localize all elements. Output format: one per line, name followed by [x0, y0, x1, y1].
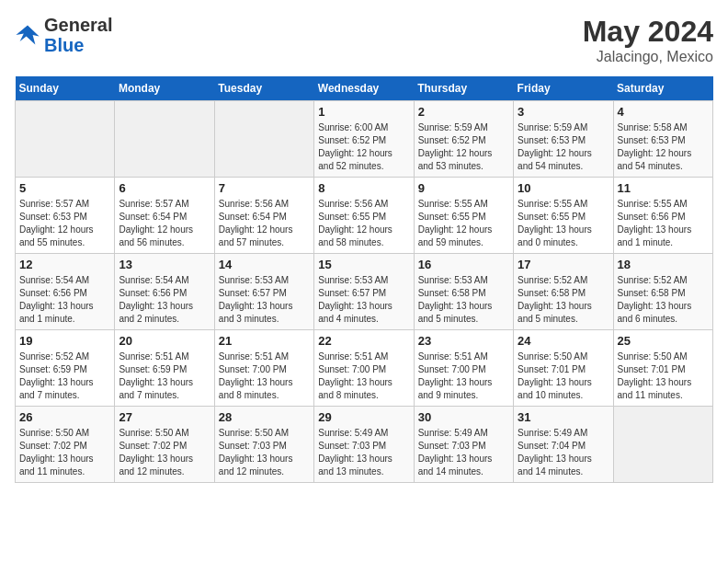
calendar-day-cell: 28Sunrise: 5:50 AM Sunset: 7:03 PM Dayli… [214, 407, 313, 483]
calendar-day-cell: 29Sunrise: 5:49 AM Sunset: 7:03 PM Dayli… [314, 407, 414, 483]
day-info: Sunrise: 5:52 AM Sunset: 6:58 PM Dayligh… [518, 274, 609, 326]
day-info: Sunrise: 5:49 AM Sunset: 7:04 PM Dayligh… [518, 427, 609, 478]
day-number: 24 [518, 334, 609, 348]
day-number: 25 [618, 334, 709, 348]
calendar-day-cell: 3Sunrise: 5:59 AM Sunset: 6:53 PM Daylig… [514, 101, 613, 178]
day-info: Sunrise: 5:53 AM Sunset: 6:58 PM Dayligh… [418, 274, 509, 326]
calendar-day-cell: 21Sunrise: 5:51 AM Sunset: 7:00 PM Dayli… [214, 330, 313, 407]
calendar-day-cell: 30Sunrise: 5:49 AM Sunset: 7:03 PM Dayli… [414, 407, 513, 483]
calendar-day-cell: 4Sunrise: 5:58 AM Sunset: 6:53 PM Daylig… [613, 101, 712, 178]
calendar-week-row: 5Sunrise: 5:57 AM Sunset: 6:53 PM Daylig… [16, 178, 713, 254]
day-number: 5 [19, 181, 110, 195]
day-number: 14 [219, 258, 310, 271]
day-info: Sunrise: 5:51 AM Sunset: 7:00 PM Dayligh… [318, 350, 409, 402]
calendar-week-row: 26Sunrise: 5:50 AM Sunset: 7:02 PM Dayli… [16, 407, 713, 483]
day-number: 13 [119, 258, 210, 271]
day-info: Sunrise: 5:50 AM Sunset: 7:03 PM Dayligh… [219, 427, 310, 478]
day-number: 16 [418, 258, 509, 271]
day-info: Sunrise: 5:57 AM Sunset: 6:54 PM Dayligh… [119, 198, 210, 249]
day-header-wednesday: Wednesday [314, 76, 414, 101]
calendar-day-cell: 22Sunrise: 5:51 AM Sunset: 7:00 PM Dayli… [314, 330, 414, 407]
calendar-day-cell [115, 101, 214, 178]
day-info: Sunrise: 5:50 AM Sunset: 7:01 PM Dayligh… [518, 350, 609, 402]
calendar-day-cell: 25Sunrise: 5:50 AM Sunset: 7:01 PM Dayli… [613, 330, 712, 407]
day-info: Sunrise: 5:55 AM Sunset: 6:55 PM Dayligh… [518, 198, 609, 249]
day-number: 20 [119, 334, 210, 348]
day-number: 23 [418, 334, 509, 348]
calendar-day-cell: 1Sunrise: 6:00 AM Sunset: 6:52 PM Daylig… [314, 101, 414, 178]
calendar-day-cell: 20Sunrise: 5:51 AM Sunset: 6:59 PM Dayli… [115, 330, 214, 407]
calendar-day-cell: 14Sunrise: 5:53 AM Sunset: 6:57 PM Dayli… [214, 254, 313, 330]
day-info: Sunrise: 6:00 AM Sunset: 6:52 PM Dayligh… [318, 121, 409, 173]
day-info: Sunrise: 5:55 AM Sunset: 6:55 PM Dayligh… [418, 198, 509, 249]
day-info: Sunrise: 5:49 AM Sunset: 7:03 PM Dayligh… [418, 427, 509, 478]
calendar-day-cell: 13Sunrise: 5:54 AM Sunset: 6:56 PM Dayli… [115, 254, 214, 330]
day-number: 18 [618, 258, 709, 271]
day-number: 22 [318, 334, 409, 348]
day-info: Sunrise: 5:56 AM Sunset: 6:55 PM Dayligh… [318, 198, 409, 249]
calendar-day-cell: 15Sunrise: 5:53 AM Sunset: 6:57 PM Dayli… [314, 254, 414, 330]
day-info: Sunrise: 5:49 AM Sunset: 7:03 PM Dayligh… [318, 427, 409, 478]
day-info: Sunrise: 5:51 AM Sunset: 6:59 PM Dayligh… [119, 350, 210, 402]
page-header: General Blue May 2024 Jalacingo, Mexico [15, 15, 713, 65]
day-info: Sunrise: 5:51 AM Sunset: 7:00 PM Dayligh… [219, 350, 310, 402]
day-number: 30 [418, 410, 509, 424]
day-number: 27 [119, 410, 210, 424]
day-header-monday: Monday [115, 76, 214, 101]
logo-icon [15, 22, 40, 48]
day-info: Sunrise: 5:54 AM Sunset: 6:56 PM Dayligh… [119, 274, 210, 326]
day-info: Sunrise: 5:50 AM Sunset: 7:01 PM Dayligh… [618, 350, 709, 402]
calendar-day-cell: 16Sunrise: 5:53 AM Sunset: 6:58 PM Dayli… [414, 254, 513, 330]
calendar-day-cell: 23Sunrise: 5:51 AM Sunset: 7:00 PM Dayli… [414, 330, 513, 407]
calendar-week-row: 12Sunrise: 5:54 AM Sunset: 6:56 PM Dayli… [16, 254, 713, 330]
calendar-day-cell: 7Sunrise: 5:56 AM Sunset: 6:54 PM Daylig… [214, 178, 313, 254]
day-info: Sunrise: 5:53 AM Sunset: 6:57 PM Dayligh… [318, 274, 409, 326]
day-number: 19 [19, 334, 110, 348]
month-year-title: May 2024 [583, 15, 713, 49]
calendar-week-row: 19Sunrise: 5:52 AM Sunset: 6:59 PM Dayli… [16, 330, 713, 407]
day-number: 28 [219, 410, 310, 424]
day-info: Sunrise: 5:55 AM Sunset: 6:56 PM Dayligh… [618, 198, 709, 249]
calendar-day-cell: 31Sunrise: 5:49 AM Sunset: 7:04 PM Dayli… [514, 407, 613, 483]
day-info: Sunrise: 5:59 AM Sunset: 6:52 PM Dayligh… [418, 121, 509, 173]
day-number: 29 [318, 410, 409, 424]
calendar-table: SundayMondayTuesdayWednesdayThursdayFrid… [15, 76, 713, 483]
calendar-day-cell: 19Sunrise: 5:52 AM Sunset: 6:59 PM Dayli… [16, 330, 115, 407]
title-block: May 2024 Jalacingo, Mexico [583, 15, 713, 65]
day-number: 6 [119, 181, 210, 195]
day-number: 21 [219, 334, 310, 348]
calendar-day-cell: 24Sunrise: 5:50 AM Sunset: 7:01 PM Dayli… [514, 330, 613, 407]
calendar-day-cell: 5Sunrise: 5:57 AM Sunset: 6:53 PM Daylig… [16, 178, 115, 254]
calendar-day-cell: 8Sunrise: 5:56 AM Sunset: 6:55 PM Daylig… [314, 178, 414, 254]
calendar-day-cell [214, 101, 313, 178]
calendar-day-cell [16, 101, 115, 178]
day-info: Sunrise: 5:58 AM Sunset: 6:53 PM Dayligh… [618, 121, 709, 173]
logo-text: General Blue [44, 15, 112, 55]
day-number: 12 [19, 258, 110, 271]
day-info: Sunrise: 5:54 AM Sunset: 6:56 PM Dayligh… [19, 274, 110, 326]
day-info: Sunrise: 5:56 AM Sunset: 6:54 PM Dayligh… [219, 198, 310, 249]
calendar-day-cell: 10Sunrise: 5:55 AM Sunset: 6:55 PM Dayli… [514, 178, 613, 254]
day-number: 26 [19, 410, 110, 424]
calendar-day-cell: 18Sunrise: 5:52 AM Sunset: 6:58 PM Dayli… [613, 254, 712, 330]
day-header-sunday: Sunday [16, 76, 115, 101]
svg-marker-0 [16, 26, 39, 45]
day-number: 11 [618, 181, 709, 195]
day-number: 4 [618, 105, 709, 119]
day-number: 15 [318, 258, 409, 271]
calendar-day-cell [613, 407, 712, 483]
day-number: 17 [518, 258, 609, 271]
calendar-day-cell: 12Sunrise: 5:54 AM Sunset: 6:56 PM Dayli… [16, 254, 115, 330]
day-info: Sunrise: 5:51 AM Sunset: 7:00 PM Dayligh… [418, 350, 509, 402]
calendar-week-row: 1Sunrise: 6:00 AM Sunset: 6:52 PM Daylig… [16, 101, 713, 178]
day-info: Sunrise: 5:52 AM Sunset: 6:59 PM Dayligh… [19, 350, 110, 402]
day-number: 9 [418, 181, 509, 195]
location-subtitle: Jalacingo, Mexico [583, 49, 713, 65]
day-number: 8 [318, 181, 409, 195]
calendar-day-cell: 2Sunrise: 5:59 AM Sunset: 6:52 PM Daylig… [414, 101, 513, 178]
calendar-header-row: SundayMondayTuesdayWednesdayThursdayFrid… [16, 76, 713, 101]
calendar-day-cell: 9Sunrise: 5:55 AM Sunset: 6:55 PM Daylig… [414, 178, 513, 254]
day-number: 7 [219, 181, 310, 195]
day-number: 31 [518, 410, 609, 424]
day-header-tuesday: Tuesday [214, 76, 313, 101]
